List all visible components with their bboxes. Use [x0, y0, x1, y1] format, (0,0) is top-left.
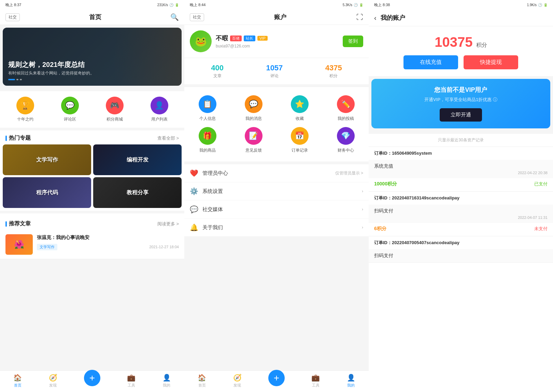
quick-icon-shop[interactable]: 🎮 积分商城: [106, 97, 124, 122]
about-label: 关于我们: [202, 224, 362, 231]
order-title-1: 系统充值: [374, 163, 548, 169]
points-label: 积分: [325, 73, 342, 79]
orders-label: 订单记录: [292, 148, 308, 153]
articles-section: 推荐文章 阅读更多 > 🌺 张温克：我的心事说晚安 文学写作 2021-12-2…: [0, 213, 184, 259]
withdraw-button[interactable]: 快捷提现: [464, 55, 518, 69]
home-icon-2: 🏠: [198, 374, 206, 382]
vip-title: 您当前不是VIP用户: [378, 86, 543, 94]
menu-finance[interactable]: 💎 财务中心: [323, 124, 369, 156]
settings-system[interactable]: ⚙️ 系统设置 ›: [184, 182, 369, 200]
quick-icon-comment[interactable]: 💬 评论区: [61, 97, 79, 122]
recharge-button[interactable]: 在线充值: [403, 55, 458, 69]
signal-2: 5.3K/s: [343, 3, 352, 7]
menu-profile-info[interactable]: 📋 个人信息: [184, 93, 230, 124]
tab-discover-1[interactable]: 🧭 发现: [49, 374, 57, 388]
social-arrow: ›: [362, 207, 363, 212]
shop-label: 积分商城: [107, 116, 123, 122]
profile-info-label: 个人信息: [199, 116, 216, 122]
tab-tools-2[interactable]: 💼 工具: [311, 374, 320, 388]
topic-card-writing[interactable]: 文学写作: [3, 144, 91, 175]
order-group-2: 订单ID：20220407163149scancodealipay 扫码支付 2…: [369, 192, 553, 236]
status-time-2: 晚上 8:44: [190, 2, 205, 8]
settings-about[interactable]: 🔔 关于我们 ›: [184, 219, 369, 237]
article-thumbnail: 🌺: [5, 234, 33, 255]
tab-add-btn-1[interactable]: +: [84, 370, 100, 386]
my-account-title: 我的账户: [381, 14, 405, 22]
tab-home-1[interactable]: 🏠 首页: [13, 374, 22, 388]
settings-social[interactable]: 💬 社交媒体 ›: [184, 200, 369, 219]
finance-label: 财务中心: [338, 148, 354, 153]
menu-contributions[interactable]: ✏️ 我的投稿: [323, 93, 369, 124]
tab-home-2[interactable]: 🏠 首页: [198, 374, 206, 388]
status-bar-3: 晚上 8:38 1.9K/s 🕐 🔋: [369, 0, 553, 10]
topic-card-coding[interactable]: 编程开发: [93, 144, 182, 175]
hero-banner[interactable]: 规则之树，2021年度总结 有时候回过头来看这个网站，还觉得挺奇妙的。: [3, 28, 182, 86]
menu-favorites[interactable]: ⭐ 收藏: [276, 93, 323, 124]
expand-icon-2[interactable]: ⛶: [356, 13, 363, 21]
topic-card-tutorial[interactable]: 教程分享: [93, 177, 182, 208]
topic-label-tutorial: 教程分享: [127, 189, 148, 196]
about-icon: 🔔: [190, 223, 198, 232]
tools-label-2: 工具: [312, 383, 320, 388]
quick-icon-anniversary[interactable]: 🏆 十年之约: [16, 97, 34, 122]
articles-title: 推荐文章: [5, 220, 31, 227]
bottom-tab-bar-2: 🏠 首页 🧭 发现 + 💼 工具 👤 我的: [184, 370, 369, 392]
status-time-1: 晚上 8:37: [5, 2, 21, 8]
topic-label-code: 程序代码: [36, 189, 58, 196]
menu-messages[interactable]: 💬 我的消息: [230, 93, 276, 124]
status-bar-1: 晚上 8:37 231K/s 🕐 🔋: [0, 0, 184, 10]
my-account-nav: ‹ 我的账户: [369, 10, 553, 26]
stat-comments[interactable]: 1057 评论: [266, 64, 283, 79]
system-label: 系统设置: [202, 188, 362, 195]
system-arrow: ›: [362, 189, 363, 194]
social-icon: 💬: [190, 205, 198, 213]
favorites-icon: ⭐: [291, 95, 309, 113]
search-icon-1[interactable]: 🔍: [170, 13, 179, 21]
articles-title-bar: [5, 221, 7, 227]
menu-orders[interactable]: 📅 订单记录: [276, 124, 323, 156]
tab-tools-1[interactable]: 💼 工具: [127, 374, 136, 388]
social-badge-2[interactable]: 社交: [190, 13, 204, 21]
dot-3: [20, 79, 22, 80]
articles-label: 文章: [211, 73, 224, 79]
mine-icon-2: 👤: [347, 374, 355, 382]
tab-add-btn-2[interactable]: +: [268, 370, 285, 386]
messages-icon: 💬: [245, 95, 263, 113]
order-detail-3: 扫码支付: [369, 249, 553, 262]
badge-stationmaster: 站长: [244, 36, 255, 41]
vip-open-button[interactable]: 立即开通: [440, 108, 482, 122]
quick-icon-users[interactable]: 👤 用户列表: [151, 97, 168, 122]
hot-topics-more[interactable]: 查看全部 >: [157, 135, 179, 141]
badge-vip: VIP: [257, 36, 268, 41]
stat-points[interactable]: 4375 积分: [325, 64, 342, 79]
topic-card-code[interactable]: 程序代码: [3, 177, 91, 208]
status-time-3: 晚上 8:38: [374, 2, 390, 8]
mine-icon-1: 👤: [162, 374, 171, 382]
status-right-2: 5.3K/s 🕐 🔋: [343, 3, 363, 7]
stat-articles[interactable]: 400 文章: [211, 64, 224, 79]
menu-feedback[interactable]: 📝 意见反馈: [230, 124, 276, 156]
shop-icon: 🎮: [106, 97, 124, 114]
anniversary-label: 十年之约: [17, 116, 33, 122]
order-group-3: 订单ID：20220407005407scancodealipay 扫码支付: [369, 236, 553, 263]
status-right-3: 1.9K/s 🕐 🔋: [527, 3, 548, 7]
article-item[interactable]: 🌺 张温克：我的心事说晚安 文学写作 2021-12-27 18:04: [0, 230, 184, 259]
bottom-tab-bar-1: 🏠 首页 🧭 发现 + 💼 工具 👤 我的: [0, 370, 184, 392]
tools-icon-1: 💼: [127, 374, 136, 382]
hot-topics-header: 热门专题 查看全部 >: [0, 130, 184, 144]
menu-products[interactable]: 🎁 我的商品: [184, 124, 230, 156]
tab-mine-2[interactable]: 👤 我的: [347, 374, 355, 388]
hero-title: 规则之树，2021年度总结: [8, 60, 176, 69]
social-badge-1[interactable]: 社交: [5, 13, 20, 21]
checkin-button[interactable]: 签到: [343, 36, 363, 47]
tools-icon-2: 💼: [311, 374, 320, 382]
back-button[interactable]: ‹: [374, 14, 377, 22]
tab-mine-1[interactable]: 👤 我的: [162, 374, 171, 388]
clock-icon-3: 🕐: [538, 3, 542, 7]
articles-more[interactable]: 阅读更多 >: [157, 221, 179, 227]
home-label-2: 首页: [198, 383, 206, 388]
tab-discover-2[interactable]: 🧭 发现: [233, 374, 242, 388]
system-icon: ⚙️: [190, 187, 198, 195]
settings-admin[interactable]: ❤️ 管理员中心 仅管理员显示 >: [184, 164, 369, 182]
status-bar-2: 晚上 8:44 5.3K/s 🕐 🔋: [184, 0, 369, 10]
